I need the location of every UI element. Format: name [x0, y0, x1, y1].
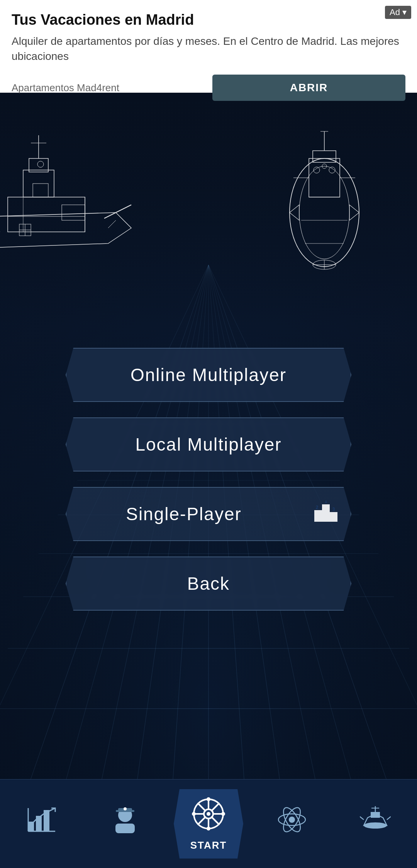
ad-open-button[interactable]: ABRIR [212, 75, 405, 101]
svg-line-43 [108, 220, 116, 228]
bottom-nav: START [0, 779, 417, 868]
svg-point-97 [192, 812, 196, 816]
helm-icon [191, 797, 226, 836]
svg-point-98 [221, 812, 225, 816]
svg-rect-70 [330, 512, 337, 522]
game-area: Online Multiplayer Local Multiplayer Sin… [0, 93, 417, 868]
svg-rect-80 [115, 824, 135, 833]
svg-point-48 [290, 158, 359, 267]
svg-text:2: 2 [316, 505, 319, 510]
svg-point-47 [37, 161, 44, 167]
ad-label: Ad ▾ [385, 6, 411, 19]
ship-right [263, 128, 386, 274]
svg-marker-64 [349, 205, 359, 220]
svg-rect-51 [313, 151, 336, 162]
svg-text:1: 1 [325, 500, 327, 504]
start-label: START [190, 839, 227, 851]
nav-item-captain[interactable] [90, 789, 160, 859]
ship-left [0, 124, 139, 286]
svg-marker-63 [290, 205, 299, 220]
svg-rect-68 [322, 504, 330, 522]
captain-icon [110, 804, 141, 839]
svg-rect-105 [371, 812, 380, 818]
single-player-leaderboard-button[interactable]: 2 1 3 [301, 487, 351, 541]
nav-item-fleet[interactable] [341, 789, 410, 859]
svg-line-109 [387, 817, 391, 820]
stats-icon [26, 806, 57, 837]
svg-line-94 [198, 817, 205, 824]
svg-line-108 [360, 817, 364, 820]
atom-icon [276, 804, 307, 839]
online-multiplayer-button[interactable]: Online Multiplayer [66, 348, 351, 402]
svg-point-99 [289, 817, 295, 823]
leaderboard-icon: 2 1 3 [312, 500, 339, 528]
nav-item-atom[interactable] [257, 789, 327, 859]
svg-point-95 [207, 797, 210, 801]
svg-point-104 [364, 822, 387, 829]
nav-item-start[interactable]: START [174, 789, 243, 859]
svg-line-92 [212, 817, 219, 824]
ad-title: Tus Vacaciones en Madrid [12, 12, 405, 28]
local-multiplayer-button[interactable]: Local Multiplayer [66, 417, 351, 471]
ad-footer: Apartamentos Mad4rent ABRIR [12, 75, 405, 101]
single-player-button[interactable]: Single-Player [66, 487, 301, 541]
svg-line-93 [212, 803, 219, 811]
svg-rect-69 [314, 510, 322, 522]
svg-rect-46 [33, 184, 48, 197]
svg-point-96 [207, 827, 210, 831]
svg-line-91 [198, 803, 205, 811]
nav-item-stats[interactable] [7, 789, 76, 859]
single-player-row: Single-Player 2 1 3 [66, 487, 351, 541]
buttons-area: Online Multiplayer Local Multiplayer Sin… [0, 348, 417, 611]
svg-rect-38 [62, 205, 85, 220]
back-button[interactable]: Back [66, 557, 351, 611]
ad-description: Alquiler de apartamentos por días y mese… [12, 34, 405, 64]
svg-text:3: 3 [332, 507, 335, 512]
ad-banner: Ad ▾ Tus Vacaciones en Madrid Alquiler d… [0, 0, 417, 93]
svg-point-49 [299, 166, 349, 259]
svg-point-83 [124, 807, 127, 810]
svg-line-34 [104, 205, 131, 218]
fleet-icon [360, 804, 391, 839]
svg-point-86 [207, 812, 210, 816]
ad-source: Apartamentos Mad4rent [12, 82, 119, 94]
svg-rect-50 [309, 158, 340, 197]
